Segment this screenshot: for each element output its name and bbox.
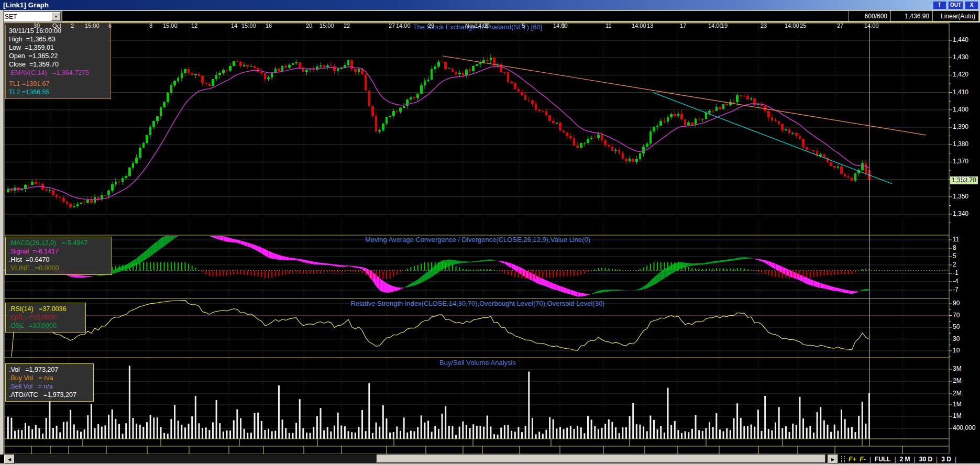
volume-axis-label: 3M xyxy=(953,365,962,372)
rsi-osl-value: .OSL =30.0000 xyxy=(9,322,82,330)
toolbar-grip[interactable] xyxy=(841,456,845,462)
time-axis-label: 15:00 xyxy=(85,23,100,29)
titlebar-buttons: T OUT X xyxy=(933,1,978,9)
chart-area[interactable]: The Stock Exchange of Thailand(SET) [60]… xyxy=(0,23,980,454)
buy-vol-value: .Buy Vol = n/a xyxy=(9,374,90,382)
zoom-in-button[interactable]: F+ xyxy=(849,456,856,463)
time-axis-label: 14:00 xyxy=(553,23,568,29)
date-axis-label: 25 xyxy=(800,23,806,29)
time-axis-label: 15:00 xyxy=(320,23,334,29)
trendline-tl2[interactable] xyxy=(653,93,892,184)
date-axis-label: 19 xyxy=(721,23,728,29)
date-axis-label: 20 xyxy=(306,23,312,29)
time-axis-label: 14:00 xyxy=(864,23,879,29)
price-info-box: 30/11/15 16:00:00 High =1,365.63 Low =1,… xyxy=(5,25,111,99)
symbol-dropdown[interactable]: SET ▼ xyxy=(2,11,62,22)
window-title: [Link1] Graph xyxy=(0,1,49,9)
price-axis-label: 1,370 xyxy=(953,158,968,165)
macd-axis-label: -7 xyxy=(953,286,959,293)
separator: | xyxy=(914,456,916,463)
date-axis-label: 5 xyxy=(522,23,525,29)
date-axis-label: 23 xyxy=(761,23,767,29)
titlebar-out-button[interactable]: OUT xyxy=(948,1,963,9)
macd-axis-label: 8 xyxy=(953,244,956,251)
rsi-obl-value: .OBL =70.0000 xyxy=(9,313,82,322)
volume-bars xyxy=(7,366,870,439)
date-axis-label: 11 xyxy=(605,23,611,29)
price-axis-label: 1,380 xyxy=(953,140,968,148)
macd-axis-label: -1 xyxy=(953,269,959,276)
toolbar: SET ▼ 600/600 1,436.90 Linear(Auto) xyxy=(0,10,980,23)
date-axis-label: 30 xyxy=(34,23,40,29)
scrollbar-thumb[interactable] xyxy=(377,455,825,463)
window-titlebar[interactable]: [Link1] Graph T OUT X xyxy=(0,0,980,10)
symbol-value: SET xyxy=(3,13,51,20)
titlebar-t-button[interactable]: T xyxy=(933,1,946,9)
close-icon[interactable]: X xyxy=(965,1,978,9)
range-button-30d[interactable]: 30 D xyxy=(919,456,932,463)
date-axis-label: 2 xyxy=(71,23,74,29)
cursor-open: Open =1,365.22 xyxy=(9,52,107,60)
range-button-full[interactable]: FULL xyxy=(875,456,891,463)
rsi-axis-label: 70 xyxy=(953,312,960,319)
rsi-panel-title: Relative Strength Index(CLOSE,14,30,70),… xyxy=(216,300,740,307)
vol-value: .Vol =1,973,207 xyxy=(9,366,90,374)
cursor-emav: .EMAV(C,14) =1,364.7275 xyxy=(9,69,107,77)
emav-line xyxy=(8,67,869,200)
price-axis-label: 1,390 xyxy=(953,123,968,130)
separator: | xyxy=(894,456,896,463)
gridlines xyxy=(4,23,949,446)
sell-vol-value: .Sell Vol = n/a xyxy=(9,382,90,391)
price-axis-label: 1,350 xyxy=(953,193,968,200)
volume-axis-label: 2M xyxy=(953,377,962,384)
rsi-value: .RSI(14) =37.0036 xyxy=(9,305,82,313)
scroll-right-button[interactable]: ▶ xyxy=(828,455,838,464)
volume-axis-label: 1M xyxy=(953,412,962,419)
zoom-out-button[interactable]: F- xyxy=(860,456,865,463)
scrollbar-track[interactable] xyxy=(14,455,827,463)
cursor-tl2: TL2 =1366.55 xyxy=(9,88,107,96)
horizontal-scrollbar: ◀ ▶ F+F-|FULL|2 M|30 D|3 D| xyxy=(0,455,980,463)
price-axis-label: 1,440 xyxy=(953,36,968,43)
date-axis-label: 8 xyxy=(149,23,152,29)
time-axis-label: 14:00 xyxy=(396,23,411,29)
date-axis-label: 6 xyxy=(108,23,112,29)
date-axis-label: 16 xyxy=(266,23,272,29)
date-axis-label: 29 xyxy=(428,23,434,29)
date-axis-label: Nov xyxy=(465,23,476,29)
volume-panel-title: Buy/Sell Volume Analysis xyxy=(216,359,740,367)
rsi-axis-label: 90 xyxy=(953,300,960,307)
range-controls: F+F-|FULL|2 M|30 D|3 D| xyxy=(839,455,980,463)
scale-mode-button[interactable]: Linear(Auto) xyxy=(932,11,978,21)
separator: | xyxy=(955,456,956,463)
date-axis-label: 9 xyxy=(562,23,565,29)
time-axis-label: 14:00 xyxy=(708,23,723,29)
date-axis-label: 27 xyxy=(389,23,395,29)
range-button-3d[interactable]: 3 D xyxy=(941,456,951,463)
quote-bar: 600/600 1,436.90 Linear(Auto) xyxy=(62,10,979,21)
graph-window: [Link1] Graph T OUT X SET ▼ 600/600 1,43… xyxy=(0,0,980,465)
macd-axis-label: 11 xyxy=(953,236,959,243)
cursor-close: Close =1,359.70 xyxy=(9,60,107,69)
macd-hist-value: .Hist =0.6470 xyxy=(9,256,108,264)
macd-signal-value: .Signal =-6.1417 xyxy=(9,247,108,256)
session-last-price: 1,436.90 xyxy=(890,11,932,21)
chevron-down-icon[interactable]: ▼ xyxy=(51,12,61,21)
range-button-2m[interactable]: 2 M xyxy=(900,456,910,463)
price-axis-label: 1,430 xyxy=(953,53,968,61)
rsi-axis-label: 50 xyxy=(953,323,960,330)
bars-loaded: 600/600 xyxy=(849,11,890,21)
macd-axis-label: -4 xyxy=(953,278,959,285)
window-left-border xyxy=(0,10,4,465)
price-axis-label: 1,400 xyxy=(953,106,968,113)
macd-axis-label: 5 xyxy=(953,252,956,260)
scroll-left-button[interactable]: ◀ xyxy=(4,455,15,464)
date-axis-label: 17 xyxy=(680,23,686,29)
price-axis-label: 1,420 xyxy=(953,71,968,78)
time-axis-label: 15:00 xyxy=(241,23,256,29)
time-axis-label: 15:00 xyxy=(163,23,178,29)
cursor-low: Low =1,359.01 xyxy=(9,43,107,52)
rsi-axis-label: 10 xyxy=(953,347,960,354)
volume-axis-label: 1M xyxy=(953,401,962,408)
price-axis-label: 1,410 xyxy=(953,88,968,96)
